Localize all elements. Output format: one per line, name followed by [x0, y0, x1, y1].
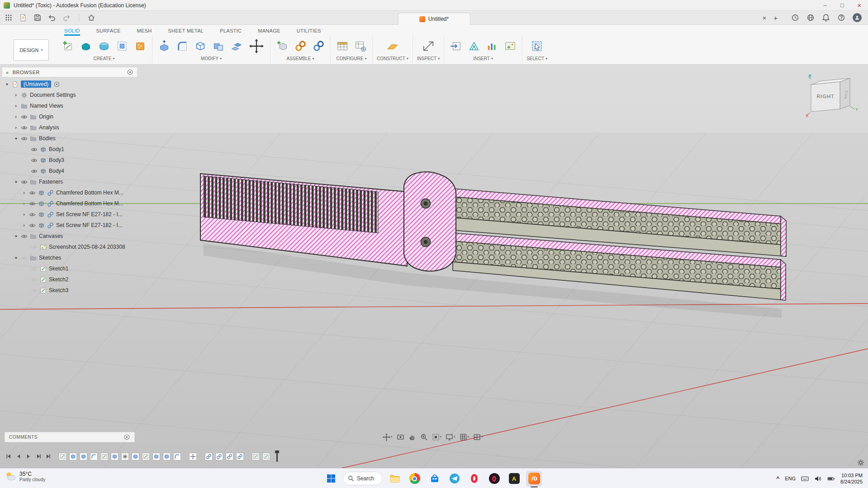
redo-icon[interactable] [62, 14, 71, 22]
weather-widget[interactable]: 35°C Partly cloudy [5, 470, 45, 482]
eye-off-icon[interactable] [21, 255, 28, 261]
create-derive-button[interactable] [114, 38, 130, 55]
timeline-go-to-start-button[interactable] [4, 452, 14, 461]
opera-gx-button[interactable] [486, 471, 502, 487]
minimize-button[interactable]: – [816, 0, 834, 11]
pivot-bolster[interactable] [404, 172, 456, 271]
online-status-icon[interactable] [806, 14, 815, 22]
timeline-feature-hole[interactable] [121, 453, 129, 460]
press-pull-button[interactable] [157, 38, 172, 55]
configuration-insert-button[interactable] [353, 38, 368, 55]
collapse-icon[interactable] [14, 234, 19, 239]
tab-sheet-metal[interactable]: SHEET METAL [168, 28, 204, 36]
construction-plane-button[interactable] [385, 38, 400, 55]
battery-icon[interactable] [827, 475, 835, 483]
file-explorer-button[interactable] [387, 471, 403, 487]
timeline-feature-sketch[interactable] [100, 453, 108, 460]
joint-button[interactable] [293, 38, 308, 55]
create-form-button[interactable] [78, 38, 94, 55]
timeline-feature-fillet[interactable] [173, 453, 181, 460]
hidden-icons-chevron[interactable]: ^ [776, 475, 779, 482]
expand-icon[interactable] [22, 212, 27, 217]
help-icon[interactable] [837, 14, 845, 22]
new-component-button[interactable] [275, 38, 290, 55]
microsoft-store-button[interactable] [427, 471, 442, 487]
undo-icon[interactable] [48, 14, 56, 22]
orbit-tool[interactable]: ▾ [383, 433, 393, 441]
file-menu-icon[interactable] [19, 14, 27, 22]
timeline-feature-insert-link[interactable] [226, 453, 233, 460]
apps-grid-icon[interactable] [5, 14, 13, 22]
tab-surface[interactable]: SURFACE [96, 28, 121, 36]
insert-mesh-button[interactable] [466, 38, 482, 55]
display-settings-icon[interactable] [127, 69, 133, 76]
timeline-scrubber[interactable] [276, 451, 278, 462]
timeline-feature-extrude[interactable] [152, 453, 160, 460]
collapse-icon[interactable] [14, 180, 19, 185]
move-copy-button[interactable] [247, 38, 266, 55]
timeline-feature-extrude[interactable] [111, 453, 119, 460]
fusion-taskbar-button[interactable] [526, 471, 542, 487]
browser-item-sketch3[interactable]: Sketch3 [2, 285, 138, 296]
eye-icon[interactable] [29, 190, 36, 196]
browser-item-body3[interactable]: Body3 [2, 155, 138, 166]
display-settings[interactable]: ▾ [446, 433, 455, 441]
fit-tool[interactable]: ▾ [432, 433, 442, 441]
collapse-icon[interactable] [14, 256, 19, 261]
close-tab-icon[interactable]: × [762, 14, 766, 22]
user-avatar[interactable] [853, 13, 862, 22]
eye-icon[interactable] [21, 179, 28, 185]
fillet-button[interactable] [175, 38, 190, 55]
browser-item-fastener-1[interactable]: Chamfered Bottom Hex M... [2, 187, 138, 198]
browser-item-named-views[interactable]: Named Views [2, 100, 138, 111]
create-sketch-button[interactable] [60, 38, 76, 55]
timeline-feature-insert-link[interactable] [215, 453, 223, 460]
eye-icon[interactable] [29, 211, 36, 218]
browser-item-sketches[interactable]: Sketches [2, 252, 138, 263]
canvas-button[interactable] [503, 38, 518, 55]
assemble-menu[interactable]: ASSEMBLE▾ [287, 56, 314, 63]
combine-button[interactable] [211, 38, 226, 55]
create-volume-button[interactable] [133, 38, 148, 55]
insert-derive-button[interactable] [448, 38, 464, 55]
eye-off-icon[interactable] [31, 265, 38, 272]
activate-radio-icon[interactable] [53, 81, 60, 88]
volume-icon[interactable] [814, 475, 822, 483]
timeline-feature-extrude[interactable] [132, 453, 139, 460]
browser-item-document-settings[interactable]: Document Settings [2, 90, 138, 100]
eye-icon[interactable] [21, 135, 28, 142]
look-at-tool[interactable] [397, 433, 404, 441]
eye-icon[interactable] [21, 233, 28, 240]
tab-manage[interactable]: MANAGE [258, 28, 280, 36]
expand-icon[interactable] [22, 201, 27, 206]
eye-off-icon[interactable] [31, 287, 38, 294]
browser-item-fastener-3[interactable]: Set Screw NF E27-182 - I... [2, 209, 138, 220]
eye-icon[interactable] [31, 146, 38, 153]
design-workspace-button[interactable]: DESIGN ▾ [14, 39, 49, 61]
browser-item-sketch2[interactable]: Sketch2 [2, 274, 138, 285]
browser-item-screenshot-canvas[interactable]: Screenshot 2025-08-24 203308 [2, 242, 138, 252]
offset-face-button[interactable] [229, 38, 244, 55]
expand-icon[interactable] [14, 93, 19, 98]
timeline-feature-sketch[interactable] [252, 453, 260, 460]
select-button[interactable] [529, 38, 545, 55]
browser-item-bodies[interactable]: Bodies [2, 133, 138, 144]
zoom-tool[interactable] [420, 433, 428, 441]
browser-item-body1[interactable]: Body1 [2, 144, 138, 155]
expand-icon[interactable] [14, 104, 19, 109]
timeline-feature-sketch[interactable] [59, 453, 66, 460]
tab-plastic[interactable]: PLASTIC [220, 28, 242, 36]
viewcube-front-label[interactable]: RIGHT [816, 94, 834, 99]
expand-icon[interactable] [14, 114, 19, 119]
expand-icon[interactable] [22, 223, 27, 228]
timeline-feature-insert-link[interactable] [205, 453, 213, 460]
browser-item-fastener-2[interactable]: Chamfered Bottom Hex M... [2, 198, 138, 209]
browser-item-origin[interactable]: Origin [2, 111, 138, 122]
browser-item-analysis[interactable]: Analysis [2, 122, 138, 133]
expand-icon[interactable] [22, 190, 27, 195]
tab-mesh[interactable]: MESH [137, 28, 152, 36]
create-surface-button[interactable] [96, 38, 112, 55]
inspect-menu[interactable]: INSPECT▾ [417, 56, 440, 63]
tab-utilities[interactable]: UTILITIES [297, 28, 321, 36]
save-icon[interactable] [33, 14, 42, 22]
